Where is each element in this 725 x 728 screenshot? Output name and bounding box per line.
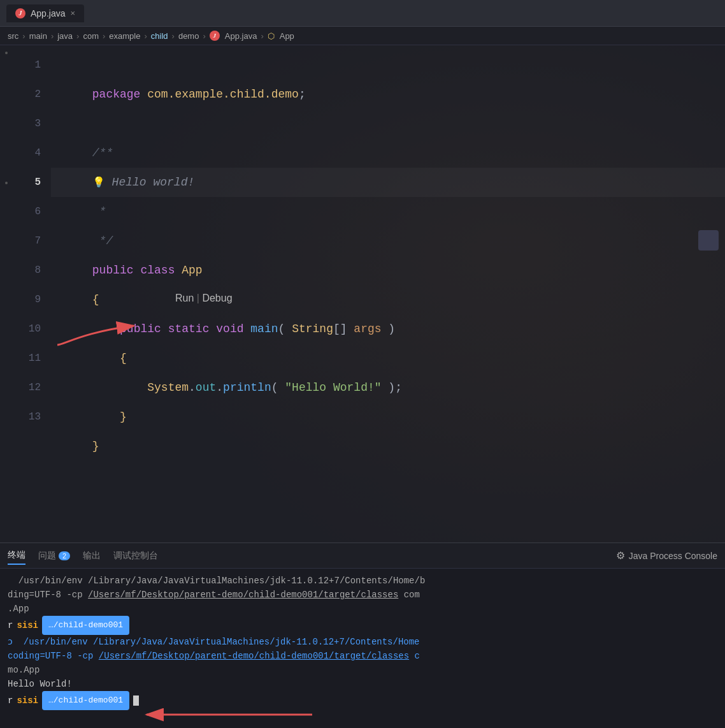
- code-line-10: {: [51, 314, 725, 344]
- term-hello-world: Hello World!: [8, 677, 717, 691]
- code-line-5: *: [51, 168, 725, 197]
- tab-output[interactable]: 输出: [83, 548, 101, 564]
- terminal-content: /usr/bin/env /Library/Java/JavaVirtualMa…: [0, 569, 725, 728]
- ln-10: 10: [13, 314, 41, 344]
- ln-8: 8: [13, 256, 41, 285]
- run-debug-popup[interactable]: Run | Debug: [175, 293, 233, 305]
- term-line-4: ↄ /usr/bin/env /Library/Java/JavaVirtual…: [8, 635, 717, 649]
- ln-4: 4: [13, 138, 41, 168]
- code-line-7: public class App: [51, 226, 725, 256]
- bottom-tab-right: ⚙ Java Process Console: [616, 550, 717, 562]
- breadcrumb-sep1: ›: [22, 31, 25, 41]
- bottom-panel: 终端 问题 2 输出 调试控制台 ⚙ Java Process Console …: [0, 542, 725, 728]
- ln-7: 7: [13, 226, 41, 256]
- code-line-9: public static void main( String[] args ): [51, 285, 725, 314]
- code-line-4: 💡 Hello world!: [51, 138, 725, 168]
- term-prompt-1: r sisi …/child-demo001: [8, 616, 717, 635]
- tab-terminal[interactable]: 终端: [8, 547, 25, 565]
- run-label[interactable]: Run: [175, 293, 194, 303]
- java-process-console-label: Java Process Console: [629, 551, 717, 561]
- breadcrumb-sep2: ›: [51, 31, 54, 41]
- breadcrumb-sep4: ›: [103, 31, 105, 41]
- term-dir2: …/child-demo001: [42, 691, 129, 710]
- bottom-tabs: 终端 问题 2 输出 调试控制台 ⚙ Java Process Console: [0, 543, 725, 569]
- breadcrumb-sep3: ›: [76, 31, 79, 41]
- ln-2: 2: [13, 80, 41, 109]
- gear-icon: ⚙: [616, 550, 625, 562]
- ln-5: 5: [13, 168, 41, 197]
- breadcrumb: src › main › java › com › example › chil…: [0, 27, 725, 45]
- editor-area: 1 2 3 4 5 6 7 8 9 10 11 12 13 package co…: [0, 45, 725, 542]
- code-content: package com.example.child.demo; /** 💡 He…: [51, 45, 725, 542]
- sidebar-dot2: [5, 182, 8, 184]
- code-line-6: */: [51, 197, 725, 226]
- code-line-2: [51, 80, 725, 109]
- breadcrumb-java: java: [57, 31, 73, 41]
- term-line-6: mo.App: [8, 663, 717, 677]
- left-sidebar: [0, 45, 13, 542]
- close-brace3: }: [92, 440, 99, 453]
- term-line-5: coding=UTF-8 -cp /Users/mf/Desktop/paren…: [8, 649, 717, 663]
- breadcrumb-child: child: [151, 31, 168, 41]
- breadcrumb-example: example: [109, 31, 140, 41]
- tab-filename: App.java: [31, 8, 65, 18]
- term-r1: r: [8, 617, 13, 634]
- tab-output-label: 输出: [83, 550, 101, 562]
- code-line-11: System.out.println( "Hello World!" );: [51, 344, 725, 373]
- terminal-cursor: [133, 695, 139, 706]
- tab-problems-label: 问题: [38, 550, 56, 562]
- run-debug-text[interactable]: Run | Debug: [175, 293, 233, 303]
- ln-1: 1: [13, 50, 41, 80]
- ln-3: 3: [13, 109, 41, 138]
- term-user2: sisi: [17, 692, 38, 709]
- sidebar-dot1: [5, 52, 8, 54]
- debug-label[interactable]: Debug: [202, 293, 232, 303]
- breadcrumb-appjava: App.java: [225, 31, 257, 41]
- term-dir1: …/child-demo001: [42, 616, 129, 635]
- arrow-to-hello-world: [140, 702, 319, 727]
- breadcrumb-sep5: ›: [144, 31, 147, 41]
- breadcrumb-sep8: ›: [261, 31, 263, 41]
- breadcrumb-class-icon: ⬡: [268, 31, 275, 41]
- pipe-sep: |: [194, 293, 202, 303]
- ln-9: 9: [13, 285, 41, 314]
- breadcrumb-demo: demo: [178, 31, 199, 41]
- term-user1: sisi: [17, 617, 38, 634]
- term-prompt-2: r sisi …/child-demo001: [8, 691, 717, 710]
- java-file-icon: J: [15, 8, 25, 18]
- breadcrumb-app: App: [280, 31, 294, 41]
- breadcrumb-sep7: ›: [203, 31, 205, 41]
- breadcrumb-main: main: [29, 31, 47, 41]
- right-panel-icon: [698, 230, 719, 251]
- tab-problems[interactable]: 问题 2: [38, 548, 70, 564]
- code-line-12: }: [51, 373, 725, 402]
- tab-debug-label: 调试控制台: [113, 550, 158, 562]
- breadcrumb-java-icon: J: [210, 31, 220, 41]
- tab-terminal-label: 终端: [8, 550, 25, 561]
- term-line-1: /usr/bin/env /Library/Java/JavaVirtualMa…: [8, 574, 717, 588]
- term-line-3: .App: [8, 602, 717, 616]
- code-line-1: package com.example.child.demo;: [51, 50, 725, 80]
- ln-11: 11: [13, 344, 41, 373]
- ln-6: 6: [13, 197, 41, 226]
- tab-bar: J App.java ×: [0, 0, 725, 27]
- term-r2: r: [8, 692, 13, 709]
- breadcrumb-src: src: [8, 31, 18, 41]
- code-line-3: /**: [51, 109, 725, 138]
- ln-13: 13: [13, 402, 41, 432]
- app-java-tab[interactable]: J App.java ×: [6, 4, 84, 22]
- tab-close-button[interactable]: ×: [70, 8, 75, 18]
- breadcrumb-com: com: [83, 31, 99, 41]
- code-line-13: }: [51, 402, 725, 432]
- problems-badge: 2: [59, 551, 70, 560]
- tab-debug-console[interactable]: 调试控制台: [113, 548, 158, 564]
- term-line-2: ding=UTF-8 -cp /Users/mf/Desktop/parent-…: [8, 588, 717, 602]
- line-numbers: 1 2 3 4 5 6 7 8 9 10 11 12 13: [13, 45, 51, 542]
- code-line-8: {: [51, 256, 725, 285]
- ln-12: 12: [13, 373, 41, 402]
- breadcrumb-sep6: ›: [172, 31, 175, 41]
